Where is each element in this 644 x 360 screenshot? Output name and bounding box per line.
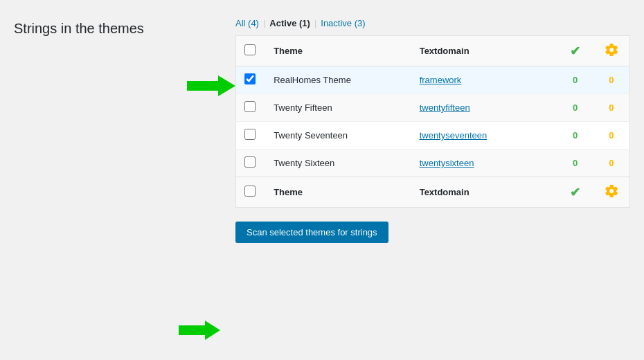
col-textdomain-header: Textdomain [411, 36, 557, 66]
select-all-footer-checkbox[interactable] [244, 186, 256, 197]
count-orange: 0 [593, 122, 630, 150]
filter-inactive[interactable]: Inactive (3) [321, 18, 365, 28]
count-green: 0 [557, 150, 593, 177]
theme-name: RealHomes Theme [265, 66, 411, 94]
col-ok-header: ✔ [557, 36, 593, 66]
filter-active[interactable]: Active (1) [269, 18, 310, 28]
table-row: Twenty Sixteentwentysixteen00 [236, 150, 630, 177]
checkbox-twentyseventeen[interactable] [244, 129, 256, 140]
table-header-row: Theme Textdomain ✔ [236, 36, 630, 66]
page-title: Strings in the themes [14, 21, 235, 37]
table-row: Twenty Fifteentwentyfifteen00 [236, 94, 630, 122]
separator-1: | [263, 18, 265, 28]
col-ok-footer: ✔ [557, 177, 593, 208]
checkmark-footer-icon: ✔ [570, 186, 580, 199]
table-row: RealHomes Themeframework00 [236, 66, 630, 94]
arrow-to-checkbox [187, 75, 235, 98]
select-all-checkbox[interactable] [244, 44, 256, 55]
checkbox-twentyfifteen[interactable] [244, 101, 256, 112]
checkmark-icon: ✔ [570, 44, 580, 58]
col-textdomain-footer: Textdomain [411, 177, 557, 208]
count-green: 0 [557, 94, 593, 122]
themes-table: Theme Textdomain ✔ RealHomes Themeframew… [235, 35, 630, 208]
textdomain-link[interactable]: twentysixteen [420, 158, 474, 168]
theme-name: Twenty Seventeen [265, 122, 411, 150]
scan-button[interactable]: Scan selected themes for strings [235, 222, 388, 243]
table-footer-row: Theme Textdomain ✔ [236, 177, 630, 208]
svg-marker-1 [179, 321, 220, 340]
textdomain-link[interactable]: framework [420, 75, 462, 85]
theme-name: Twenty Sixteen [265, 150, 411, 177]
filter-bar: All (4) | Active (1) | Inactive (3) [235, 14, 630, 35]
select-all-footer-header [236, 177, 266, 208]
col-gear-header [593, 36, 630, 66]
select-all-header [236, 36, 266, 66]
gear-footer-icon [605, 184, 618, 198]
count-orange: 0 [593, 150, 630, 177]
count-orange: 0 [593, 66, 630, 94]
filter-all[interactable]: All (4) [235, 18, 259, 28]
textdomain-link[interactable]: twentyfifteen [420, 102, 470, 113]
theme-name: Twenty Fifteen [265, 94, 411, 122]
count-green: 0 [557, 66, 593, 94]
separator-2: | [314, 18, 316, 28]
count-green: 0 [557, 122, 593, 150]
svg-marker-0 [187, 75, 235, 96]
checkbox-twentysixteen[interactable] [244, 156, 256, 168]
col-theme-header: Theme [265, 36, 411, 66]
textdomain-link[interactable]: twentyseventeen [420, 130, 488, 141]
col-gear-footer [593, 177, 630, 208]
count-orange: 0 [593, 94, 630, 122]
gear-icon [605, 43, 618, 57]
col-theme-footer: Theme [265, 177, 411, 208]
arrow-to-button [179, 321, 220, 342]
checkbox-realhomes[interactable] [244, 73, 256, 84]
table-row: Twenty Seventeentwentyseventeen00 [236, 122, 630, 150]
